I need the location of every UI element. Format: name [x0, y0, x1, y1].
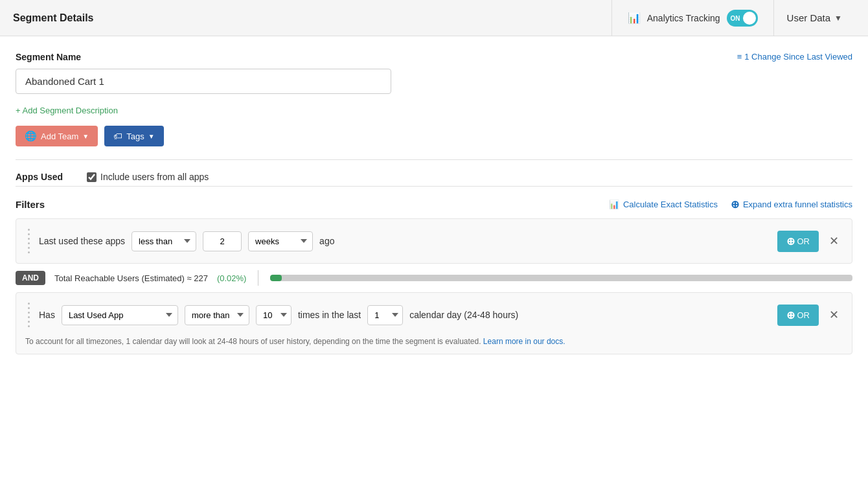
- add-team-dropdown-arrow: ▼: [82, 133, 89, 140]
- change-since-viewed-label: 1 Change Since Last Viewed: [744, 52, 852, 62]
- filter2-condition-select[interactable]: more than less than exactly: [185, 305, 249, 325]
- calc-stats-icon: 📊: [609, 200, 619, 209]
- filter2-app-select[interactable]: Last Used App Most Used App: [62, 305, 178, 325]
- stats-text: Total Reachable Users (Estimated) ≈ 227: [54, 273, 208, 283]
- add-description-label: + Add Segment Description: [16, 106, 118, 115]
- filter1-number-input[interactable]: [203, 231, 242, 251]
- and-stats-row: AND Total Reachable Users (Estimated) ≈ …: [16, 264, 852, 292]
- tag-icon: 🏷: [113, 131, 122, 141]
- filter1-or-button[interactable]: ⊕ OR: [777, 231, 819, 252]
- segment-name-section: Segment Name: [16, 52, 391, 94]
- drag-handle-1: [25, 227, 32, 255]
- buttons-row: 🌐 Add Team ▼ 🏷 Tags ▼: [16, 126, 852, 146]
- expand-funnel-link[interactable]: ⊕ Expand extra funnel statistics: [731, 198, 852, 211]
- filters-title: Filters: [16, 199, 45, 210]
- include-all-apps-checkbox-label[interactable]: Include users from all apps: [87, 172, 209, 182]
- globe-icon: 🌐: [25, 130, 37, 142]
- toggle-knob: [743, 12, 756, 25]
- divider-2: [16, 186, 852, 187]
- or-plus-icon-2: ⊕: [786, 309, 795, 321]
- filter2-days-select[interactable]: 1 2 7: [367, 305, 403, 325]
- main-content: Segment Name ≡ 1 Change Since Last Viewe…: [0, 36, 868, 187]
- expand-funnel-icon: ⊕: [731, 198, 739, 211]
- or-plus-icon: ⊕: [786, 235, 795, 248]
- filter-row-2: Has Last Used App Most Used App more tha…: [16, 292, 852, 354]
- filter2-note-link[interactable]: Learn more in our docs.: [483, 337, 565, 346]
- toggle-on-label: ON: [731, 14, 740, 21]
- toggle-track[interactable]: ON: [727, 10, 758, 27]
- tags-label: Tags: [126, 132, 144, 141]
- filters-section: Filters 📊 Calculate Exact Statistics ⊕ E…: [0, 198, 868, 370]
- include-all-apps-checkbox[interactable]: [87, 172, 97, 182]
- filter-row-1: Last used these apps less than more than…: [16, 218, 852, 264]
- page-title: Segment Details: [13, 12, 611, 24]
- analytics-tracking-label: Analytics Tracking: [647, 13, 720, 23]
- filters-header: Filters 📊 Calculate Exact Statistics ⊕ E…: [16, 198, 852, 211]
- segment-name-input[interactable]: [16, 69, 391, 94]
- apps-used-row: Apps Used Include users from all apps: [16, 172, 852, 182]
- filter2-number-select[interactable]: 10 1 5 20: [256, 305, 291, 325]
- add-team-label: Add Team: [41, 132, 78, 141]
- filter2-times-label: times in the last: [298, 310, 361, 320]
- analytics-toggle[interactable]: ON: [727, 10, 758, 27]
- and-badge: AND: [16, 271, 45, 285]
- header: Segment Details 📊 Analytics Tracking ON …: [0, 0, 868, 36]
- user-data-dropdown-arrow: ▼: [834, 14, 842, 23]
- filter1-or-label: OR: [797, 236, 810, 246]
- filter2-note-text: To account for all timezones, 1 calendar…: [25, 337, 481, 346]
- calc-stats-label: Calculate Exact Statistics: [623, 200, 718, 209]
- list-icon: ≡: [737, 52, 742, 62]
- stats-bar-container: [270, 275, 852, 281]
- filter1-suffix: ago: [319, 236, 334, 246]
- include-all-apps-label: Include users from all apps: [100, 172, 209, 182]
- filter2-prefix: Has: [39, 310, 55, 320]
- filter-row-2-inner: Has Last Used App Most Used App more tha…: [16, 293, 852, 337]
- tags-dropdown-arrow: ▼: [148, 133, 155, 140]
- filter2-or-label: OR: [797, 310, 810, 320]
- tags-button[interactable]: 🏷 Tags ▼: [104, 126, 163, 146]
- user-data-dropdown[interactable]: User Data ▼: [774, 0, 855, 36]
- apps-used-label: Apps Used: [16, 172, 74, 182]
- filter2-days-suffix: calendar day (24-48 hours): [409, 310, 518, 320]
- expand-funnel-label: Expand extra funnel statistics: [743, 200, 852, 209]
- filter1-time-unit-select[interactable]: weeks days months: [248, 231, 313, 251]
- filter1-close-button[interactable]: ✕: [825, 233, 843, 249]
- filter2-close-button[interactable]: ✕: [825, 306, 843, 323]
- calculate-exact-statistics-link[interactable]: 📊 Calculate Exact Statistics: [609, 200, 718, 209]
- add-team-button[interactable]: 🌐 Add Team ▼: [16, 126, 98, 146]
- stats-percent: (0.02%): [217, 273, 247, 283]
- filter1-condition-select[interactable]: less than more than exactly: [131, 231, 196, 251]
- user-data-label: User Data: [787, 12, 831, 23]
- filter1-prefix: Last used these apps: [39, 236, 125, 246]
- filter2-note: To account for all timezones, 1 calendar…: [16, 337, 575, 354]
- stats-divider: [258, 270, 258, 286]
- filter2-or-button[interactable]: ⊕ OR: [777, 305, 819, 326]
- divider-1: [16, 159, 852, 160]
- filters-actions: 📊 Calculate Exact Statistics ⊕ Expand ex…: [609, 198, 852, 211]
- segment-name-row: Segment Name ≡ 1 Change Since Last Viewe…: [16, 52, 852, 94]
- change-since-viewed[interactable]: ≡ 1 Change Since Last Viewed: [737, 52, 852, 62]
- stats-bar-fill: [270, 275, 282, 281]
- segment-name-label: Segment Name: [16, 52, 391, 62]
- drag-handle-2: [25, 301, 32, 329]
- analytics-icon: 📊: [628, 12, 641, 24]
- analytics-tracking-section: 📊 Analytics Tracking ON: [611, 0, 774, 36]
- add-description-button[interactable]: + Add Segment Description: [16, 106, 118, 115]
